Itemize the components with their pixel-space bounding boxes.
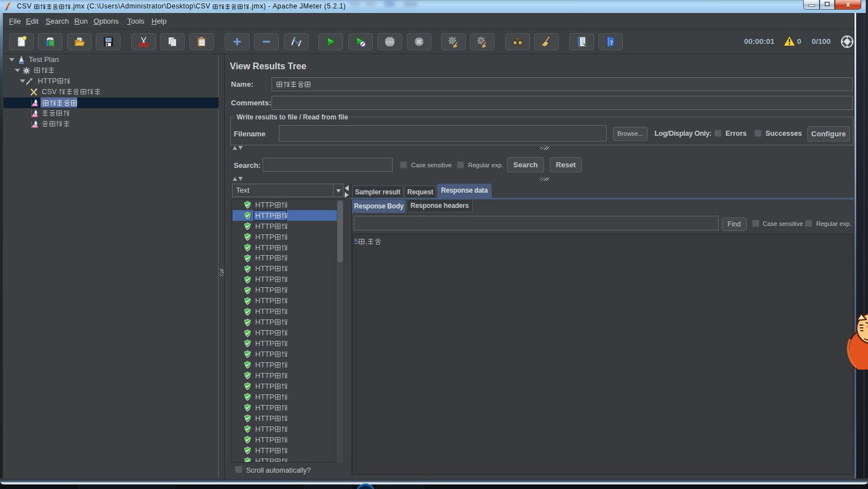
svg-text:STOP: STOP bbox=[385, 41, 394, 44]
svg-text:?: ? bbox=[610, 39, 613, 46]
